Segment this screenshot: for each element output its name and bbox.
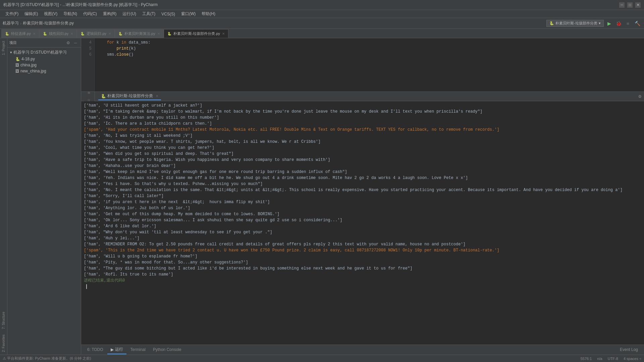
sidebar-item-favorites[interactable]: 2: Favorites	[1, 332, 6, 355]
toolbar: 机器学习 › 朴素贝叶斯-垃圾部件分类.py 🐍 朴素贝叶斯-垃圾部件分类 ▾ …	[0, 18, 644, 29]
menu-item-f[interactable]: 文件(F)	[3, 10, 21, 17]
bottom-tabs: 6: TODO▶运行TerminalPython ConsoleEvent Lo…	[81, 345, 644, 355]
update-message[interactable]: ⚠ 平台和插件更新: PyCharm 准备更新。(6 分钟 之前)	[3, 356, 91, 361]
chevron-down-icon: ▾	[599, 21, 601, 25]
bottom-tab-terminal[interactable]: Terminal	[127, 346, 149, 354]
output-line: ['ham', 'Ic. There are a lotta childporn…	[84, 121, 641, 127]
output-line: ['ham', 'Rofl. Its true to its name']	[84, 272, 641, 278]
tree-item-china[interactable]: 🖼 china.jpg	[7, 62, 81, 68]
run-button[interactable]: ▶	[605, 19, 613, 27]
project-settings-button[interactable]: ⚙	[65, 40, 71, 46]
python-icon: 🐍	[118, 32, 122, 36]
run-icon: 🐍	[101, 94, 106, 99]
menu-item-e[interactable]: 编辑(E)	[22, 10, 41, 17]
editor-tab-1[interactable]: 🐍线性回归.py✕	[39, 29, 77, 38]
window-title: 机器学习 [D:\STUDY\机器学习] - ...\朴素贝叶斯-垃圾部件分类.…	[3, 2, 619, 8]
editor-tab-3[interactable]: 🐍朴素贝叶斯算法.py✕	[115, 29, 164, 38]
output-line: ['ham', 'Pity, * was in mood for that. S…	[84, 259, 641, 265]
menu-item-h[interactable]: 帮助(H)	[199, 10, 218, 17]
python-icon: 🐍	[80, 32, 85, 36]
output-line: ['ham', 'Ard 6 like dat lor.']	[84, 223, 641, 229]
output-line: ['ham', 'No. I meant the calculation is …	[84, 187, 641, 193]
tab-close-0[interactable]: ✕	[33, 32, 36, 36]
menu-item-v[interactable]: 视图(V)	[41, 10, 60, 17]
menu-item-n[interactable]: 导航(N)	[61, 10, 80, 17]
python-icon: 🐍	[43, 32, 47, 36]
project-tree: ▾ 机器学习 D:\STUDY\机器学习 🐍 4-18.py 🖼 china.j…	[7, 48, 81, 355]
project-toolbar: 项目 ⚙ ─	[7, 38, 81, 48]
run-tab-label: 朴素贝叶斯-垃圾部件分类	[107, 93, 153, 99]
bottom-tab-[interactable]: ▶运行	[107, 345, 126, 354]
output-line: ['ham', "I'm taking derek &amp; taylor t…	[84, 109, 641, 115]
output-line: ['ham', "The guy did some bitching but I…	[84, 265, 641, 272]
bottom-tab-todo[interactable]: 6: TODO	[84, 346, 107, 354]
editor-tabs: 🐍特征选择.py✕🐍线性回归.py✕🐍逻辑回归.py✕🐍朴素贝叶斯算法.py✕🐍…	[0, 29, 644, 38]
output-line: ['ham', "Sorry, I'll call later"]	[84, 193, 641, 199]
run-stop-button[interactable]: ■	[85, 92, 93, 96]
status-right: 5576:1 n/a UTF-8 4 spaces ÷	[581, 357, 641, 361]
output-line: ['ham', 'U still havent got urself a jac…	[84, 103, 641, 109]
bottom-tab-label-1: 运行	[115, 347, 123, 352]
tree-file-418: 4-18.py	[21, 57, 35, 61]
run-settings-button[interactable]: ⚙	[639, 94, 641, 99]
output-line: ['ham', 'Hahaha..use your brain dear']	[84, 163, 641, 169]
output-line: ['ham', 'Yeh. Indians was nice. I did ka…	[84, 175, 641, 181]
line-ending: n/a	[597, 357, 602, 361]
event-log-tab[interactable]: Event Log	[616, 346, 641, 354]
tab-label: 特征选择.py	[11, 31, 31, 36]
editor-tab-2[interactable]: 🐍逻辑回归.py✕	[77, 29, 115, 38]
output-line: ['ham', "Yes i have. So that's why u tex…	[84, 181, 641, 187]
menu-item-t[interactable]: 工具(T)	[140, 10, 158, 17]
menu-item-vcss[interactable]: VCS(S)	[159, 11, 178, 17]
output-line: ['ham', "Wen did you get so spiritual an…	[84, 151, 641, 157]
editor-tab-0[interactable]: 🐍特征选择.py✕	[1, 29, 39, 38]
tab-close-2[interactable]: ✕	[108, 32, 111, 36]
cursor-position: 5576:1	[581, 357, 592, 361]
output-line: ['ham', 'if you aren t here in the next …	[84, 199, 641, 205]
window-controls: ─ □ ✕	[619, 2, 641, 8]
tab-close-1[interactable]: ✕	[70, 32, 73, 36]
run-config-selector[interactable]: 🐍 朴素贝叶斯-垃圾部件分类 ▾	[546, 20, 604, 27]
menu-item-c[interactable]: 代码(C)	[80, 10, 100, 17]
tab-close-4[interactable]: ✕	[222, 32, 225, 36]
minimize-button[interactable]: ─	[619, 2, 625, 8]
run-tab[interactable]: 🐍 朴素贝叶斯-垃圾部件分类 ✕	[98, 93, 161, 100]
debug-button[interactable]: 🐞	[614, 19, 623, 27]
output-content[interactable]: ['ham', 'U still havent got urself a jac…	[81, 101, 644, 345]
tree-file-china: china.jpg	[20, 63, 37, 67]
run-tab-close[interactable]: ✕	[156, 94, 158, 98]
output-line: ['ham', 'Anything lor. Juz both of us lo…	[84, 205, 641, 211]
stop-button[interactable]: ■	[624, 19, 632, 27]
editor-area: 4 5 6 for k in data_sms: print(k) sms.cl…	[81, 38, 644, 355]
tree-item-newchina[interactable]: 🖼 new_china.jpg	[7, 68, 81, 74]
output-line: ['ham', 'Will u b going to esplanade fr …	[84, 253, 641, 259]
build-button[interactable]: 🔨	[633, 19, 641, 27]
tree-item-418[interactable]: 🐍 4-18.py	[7, 56, 81, 62]
python-icon: 🐍	[5, 32, 9, 36]
status-bar: ⚠ 平台和插件更新: PyCharm 准备更新。(6 分钟 之前) 5576:1…	[0, 355, 644, 362]
project-collapse-button[interactable]: ─	[72, 40, 79, 46]
menu-item-u[interactable]: 运行(U)	[120, 10, 139, 17]
title-bar: 机器学习 [D:\STUDY\机器学习] - ...\朴素贝叶斯-垃圾部件分类.…	[0, 0, 644, 10]
cursor-line[interactable]	[84, 284, 641, 290]
sidebar-item-project[interactable]: 1: Project	[1, 38, 6, 58]
output-line: ['ham', 'You know, wot people wear. T sh…	[84, 139, 641, 145]
maximize-button[interactable]: □	[627, 2, 633, 8]
exit-message: 进程已结束,退出代码0	[84, 278, 641, 284]
code-content[interactable]: for k in data_sms: print(k) sms.close()	[95, 38, 644, 92]
menu-item-w[interactable]: 窗口(W)	[178, 10, 198, 17]
tree-item-root[interactable]: ▾ 机器学习 D:\STUDY\机器学习	[7, 49, 81, 56]
tab-close-3[interactable]: ✕	[157, 32, 160, 36]
tab-label: 逻辑回归.py	[87, 31, 106, 36]
output-line: ['ham', 'Huh y lei...']	[84, 235, 641, 241]
menu-item-r[interactable]: 重构(R)	[100, 10, 119, 17]
close-button[interactable]: ✕	[635, 2, 641, 8]
editor-tab-4[interactable]: 🐍朴素贝叶斯-垃圾部件分类.py✕	[164, 29, 228, 38]
bottom-tab-pythonconsole[interactable]: Python Console	[150, 346, 185, 354]
breadcrumb-file: 朴素贝叶斯-垃圾部件分类.py	[23, 20, 74, 26]
run-icon: 🐍	[549, 21, 554, 25]
project-panel: 项目 ⚙ ─ ▾ 机器学习 D:\STUDY\机器学习 🐍 4-18.py 🖼 …	[7, 38, 81, 355]
output-line: ['spam', 'This is the 2nd time we have t…	[84, 247, 641, 253]
output-line: ['ham', 'No, I was trying it all weekend…	[84, 133, 641, 139]
sidebar-item-structure[interactable]: 7: Structure	[1, 309, 6, 332]
